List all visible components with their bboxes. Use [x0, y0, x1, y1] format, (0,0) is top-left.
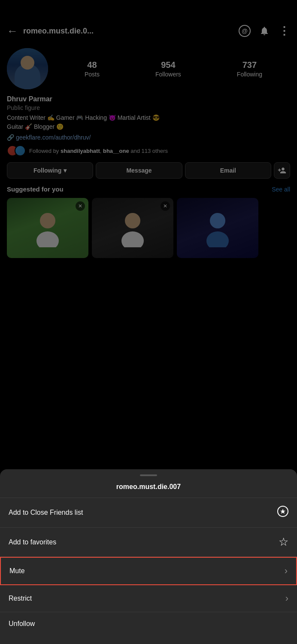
sheet-item-label-close-friends: Add to Close Friends list	[9, 509, 83, 516]
sheet-item-label-restrict: Restrict	[9, 595, 32, 602]
sheet-item-restrict[interactable]: Restrict ›	[0, 585, 297, 612]
sheet-item-unfollow[interactable]: Unfollow	[0, 612, 297, 635]
sheet-item-close-friends[interactable]: Add to Close Friends list	[0, 498, 297, 528]
sheet-item-favorites[interactable]: Add to favorites ☆	[0, 528, 297, 557]
sheet-item-label-mute: Mute	[9, 567, 25, 575]
sheet-item-mute[interactable]: Mute ›	[0, 557, 297, 585]
bottom-sheet: romeo.must.die.007 Add to Close Friends …	[0, 469, 297, 644]
favorites-star-icon: ☆	[279, 535, 288, 549]
sheet-item-label-favorites: Add to favorites	[9, 538, 56, 546]
restrict-chevron-icon: ›	[285, 593, 288, 604]
close-friends-star-icon	[277, 506, 288, 519]
sheet-username: romeo.must.die.007	[0, 483, 297, 498]
sheet-handle	[140, 474, 157, 476]
sheet-item-label-unfollow: Unfollow	[9, 620, 35, 628]
mute-chevron-icon: ›	[285, 565, 288, 577]
